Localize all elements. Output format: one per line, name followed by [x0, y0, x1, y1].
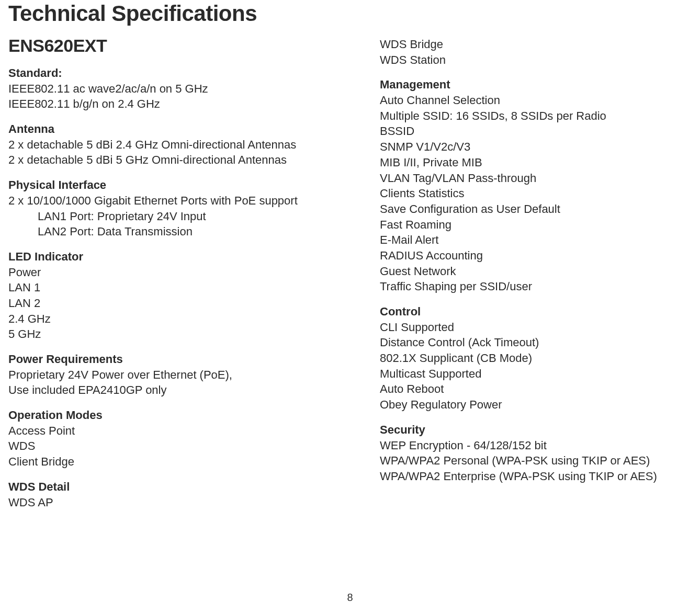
- control-line: Distance Control (Ack Timeout): [380, 335, 673, 350]
- physical-interface-subline: LAN2 Port: Data Transmission: [8, 224, 322, 240]
- management-line: MIB I/II, Private MIB: [380, 155, 673, 171]
- management-line: Auto Channel Selection: [380, 93, 673, 108]
- management-line: Guest Network: [380, 264, 673, 279]
- page-number: 8: [347, 592, 353, 604]
- led-line: LAN 2: [8, 296, 322, 311]
- management-line: E-Mail Alert: [380, 232, 673, 248]
- wds-detail-line: WDS Bridge: [380, 37, 673, 52]
- antenna-line: 2 x detachable 5 dBi 2.4 GHz Omni-direct…: [8, 137, 322, 153]
- standard-line: IEEE802.11 ac wave2/ac/a/n on 5 GHz: [8, 81, 322, 97]
- standard-line: IEEE802.11 b/g/n on 2.4 GHz: [8, 96, 322, 112]
- opmode-line: Client Bridge: [8, 454, 322, 470]
- physical-interface-line: 2 x 10/100/1000 Gigabit Ethernet Ports w…: [8, 193, 322, 209]
- antenna-head: Antenna: [8, 121, 322, 137]
- control-line: Multicast Supported: [380, 366, 673, 382]
- led-indicator-head: LED Indicator: [8, 249, 322, 265]
- management-line: Traffic Shaping per SSID/user: [380, 279, 673, 294]
- security-line: WPA/WPA2 Personal (WPA-PSK using TKIP or…: [380, 453, 673, 469]
- physical-interface-subline: LAN1 Port: Proprietary 24V Input: [8, 209, 322, 224]
- management-line: RADIUS Accounting: [380, 248, 673, 264]
- columns: ENS620EXT Standard: IEEE802.11 ac wave2/…: [8, 26, 692, 510]
- control-head: Control: [380, 304, 673, 320]
- management-line: BSSID: [380, 123, 673, 139]
- management-line: Fast Roaming: [380, 217, 673, 233]
- security-line: WEP Encryption - 64/128/152 bit: [380, 438, 673, 453]
- management-line: Multiple SSID: 16 SSIDs, 8 SSIDs per Rad…: [380, 108, 673, 124]
- management-head: Management: [380, 77, 673, 93]
- power-line: Proprietary 24V Power over Ethernet (PoE…: [8, 367, 322, 383]
- management-line: SNMP V1/V2c/V3: [380, 139, 673, 155]
- standard-head: Standard:: [8, 65, 322, 81]
- control-line: Auto Reboot: [380, 381, 673, 397]
- management-line: VLAN Tag/VLAN Pass-through: [380, 171, 673, 186]
- control-line: Obey Regulatory Power: [380, 397, 673, 413]
- model-heading: ENS620EXT: [8, 36, 322, 56]
- wds-detail-head: WDS Detail: [8, 479, 322, 495]
- page-title: Technical Specifications: [8, 0, 692, 26]
- led-line: Power: [8, 265, 322, 280]
- security-line: WPA/WPA2 Enterprise (WPA-PSK using TKIP …: [380, 469, 673, 484]
- physical-interface-head: Physical Interface: [8, 177, 322, 193]
- wds-detail-line: WDS Station: [380, 52, 673, 68]
- control-line: 802.1X Supplicant (CB Mode): [380, 350, 673, 366]
- operation-modes-head: Operation Modes: [8, 407, 322, 423]
- opmode-line: Access Point: [8, 423, 322, 439]
- management-line: Save Configuration as User Default: [380, 201, 673, 217]
- page: Technical Specifications ENS620EXT Stand…: [0, 0, 700, 613]
- power-requirements-head: Power Requirements: [8, 351, 322, 367]
- power-line: Use included EPA2410GP only: [8, 382, 322, 398]
- wds-detail-line: WDS AP: [8, 495, 322, 510]
- led-line: 2.4 GHz: [8, 311, 322, 327]
- led-line: 5 GHz: [8, 326, 322, 342]
- left-column: ENS620EXT Standard: IEEE802.11 ac wave2/…: [8, 26, 322, 510]
- antenna-line: 2 x detachable 5 dBi 5 GHz Omni-directio…: [8, 152, 322, 168]
- control-line: CLI Supported: [380, 320, 673, 335]
- security-head: Security: [380, 422, 673, 438]
- led-line: LAN 1: [8, 280, 322, 296]
- management-line: Clients Statistics: [380, 186, 673, 201]
- opmode-line: WDS: [8, 438, 322, 454]
- right-column: WDS Bridge WDS Station Management Auto C…: [380, 26, 673, 510]
